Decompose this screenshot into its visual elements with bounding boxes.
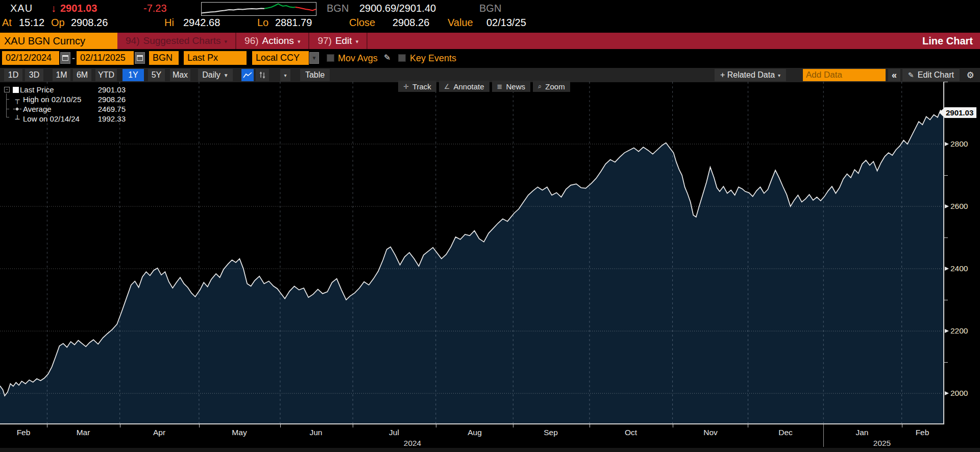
year-separator-line [823, 424, 824, 447]
calendar-icon[interactable] [135, 52, 145, 64]
high-marker-icon: ┬ [12, 96, 23, 103]
x-axis-month-label: Feb [916, 428, 929, 437]
chevron-down-icon: ▾ [225, 38, 228, 45]
news-lines-icon: ≣ [497, 83, 503, 90]
collapse-panel-button[interactable]: « [888, 69, 900, 81]
low-marker-icon: ┴ [12, 115, 23, 123]
menu-edit[interactable]: 97) Edit ▾ [309, 33, 368, 49]
x-axis-month-label: Jul [389, 428, 399, 437]
pricing-source-field[interactable]: BGN [149, 51, 179, 65]
tick-arrow-icon [945, 391, 949, 395]
pencil-icon: ✎ [908, 71, 914, 79]
menu-suggested-charts[interactable]: 94) Suggested Charts ▾ [117, 33, 236, 49]
chevron-down-icon: ▾ [356, 38, 359, 45]
mov-avgs-checkbox[interactable] [327, 54, 334, 62]
y-axis-minor-tick [944, 362, 948, 363]
chevron-down-icon: ▾ [778, 73, 780, 78]
bid-source-label: BGN [327, 3, 349, 14]
x-axis-year-label: 2025 [873, 439, 891, 448]
frequency-selector[interactable]: Daily ▼ [198, 69, 233, 81]
legend-high[interactable]: ┬ High on 02/10/25 2908.26 [4, 94, 126, 104]
date-to-input[interactable] [77, 51, 134, 65]
price-chart-plot[interactable] [0, 82, 943, 424]
average-marker-icon [12, 107, 23, 111]
news-button[interactable]: ≣ News [492, 81, 530, 92]
range-6m[interactable]: 6M [73, 69, 91, 81]
menu-actions[interactable]: 96) Actions ▾ [236, 33, 309, 49]
range-1m[interactable]: 1M [53, 69, 70, 81]
range-5y[interactable]: 5Y [148, 69, 165, 81]
x-axis-month-tick [590, 424, 590, 427]
line-chart-icon[interactable] [241, 69, 254, 81]
annotate-pencil-icon: ∠ [444, 83, 450, 90]
x-axis-month-label: Jun [310, 428, 323, 437]
price-field-selector[interactable]: Last Px [184, 51, 247, 65]
close-label: Close [349, 17, 375, 29]
open-value: 2908.26 [71, 17, 108, 29]
add-data-input[interactable] [803, 69, 886, 81]
x-axis-year-label: 2024 [404, 439, 421, 448]
x-axis-line [0, 423, 944, 424]
x-axis-month-label: Oct [625, 428, 637, 437]
y-axis-tick-label: 2200 [944, 326, 968, 336]
range-max[interactable]: Max [170, 69, 190, 81]
tick-arrow-icon [945, 142, 949, 146]
range-ytd[interactable]: YTD [95, 69, 117, 81]
security-tab[interactable]: XAU BGN Curncy [0, 33, 117, 49]
range-1y-active[interactable]: 1Y [122, 69, 144, 81]
zoom-button[interactable]: ⌕ Zoom [533, 81, 570, 92]
last-price-axis-tag: 2901.03 [939, 107, 976, 118]
low-label: Lo [257, 17, 268, 29]
x-axis-month-label: Dec [778, 428, 793, 437]
range-1d[interactable]: 1D [4, 69, 22, 81]
legend-low[interactable]: ┴ Low on 02/14/24 1992.33 [4, 114, 126, 124]
low-value: 2881.79 [275, 17, 312, 29]
y-axis-minor-tick [944, 300, 948, 300]
chart-legend: − Last Price 2901.03 ┬ High on 02/10/25 … [4, 85, 126, 124]
currency-selector[interactable]: Local CCY [252, 51, 309, 65]
x-axis-month-tick [47, 424, 47, 427]
y-axis-minor-tick [944, 237, 948, 238]
x-axis-month-tick [280, 424, 281, 427]
date-from-input[interactable] [2, 51, 59, 65]
tree-expander-icon[interactable]: − [4, 87, 10, 92]
pencil-icon[interactable]: ✎ [384, 53, 390, 62]
chevron-down-icon: ▾ [298, 38, 301, 45]
x-axis-month-label: Nov [703, 428, 718, 437]
axis-scale-icon[interactable] [256, 69, 269, 81]
y-axis: 20002200240026002800 [943, 82, 980, 424]
chart-type-label: Line Chart [922, 33, 980, 49]
legend-average[interactable]: Average 2469.75 [4, 104, 126, 114]
tick-arrow-icon [945, 329, 949, 333]
mov-avgs-label: Mov Avgs [338, 53, 378, 64]
y-axis-tick-label: 2000 [944, 389, 968, 398]
close-value: 2908.26 [393, 17, 429, 29]
tick-arrow-icon [945, 204, 949, 208]
x-axis-month-tick [513, 424, 513, 427]
edit-chart-button[interactable]: ✎ Edit Chart [902, 69, 960, 81]
quote-header: XAU ↓ 2901.03 -7.23 BGN 2900.69/2901.40 … [0, 0, 980, 15]
intraday-sparkline [201, 2, 316, 16]
high-value: 2942.68 [183, 17, 220, 29]
range-3d[interactable]: 3D [25, 69, 43, 81]
x-axis-month-tick [902, 424, 902, 427]
legend-tree-rail [6, 93, 7, 117]
y-axis-tick-label: 2400 [944, 264, 968, 273]
calendar-glyph [137, 55, 143, 61]
table-button[interactable]: Table [300, 69, 330, 81]
key-events-checkbox[interactable] [398, 54, 406, 62]
related-data-button[interactable]: + Related Data ▾ [715, 69, 786, 81]
y-axis-minor-tick [944, 175, 948, 176]
annotate-button[interactable]: ∠ Annotate [439, 81, 489, 92]
bloomberg-terminal-window: XAU ↓ 2901.03 -7.23 BGN 2900.69/2901.40 … [0, 0, 980, 452]
currency-dropdown-button[interactable]: ▼ [309, 52, 319, 64]
y-axis-minor-tick [944, 82, 948, 82]
x-axis-month-tick [199, 424, 200, 427]
calendar-icon[interactable] [60, 52, 70, 64]
x-axis-month-tick [353, 424, 353, 427]
chart-hover-tools: ✛ Track ∠ Annotate ≣ News ⌕ Zoom [398, 81, 570, 92]
legend-last-price[interactable]: − Last Price 2901.03 [4, 85, 126, 94]
gear-icon[interactable]: ⚙ [964, 69, 977, 81]
track-button[interactable]: ✛ Track [398, 81, 436, 92]
chart-style-dropdown[interactable]: ▾ [280, 69, 290, 81]
